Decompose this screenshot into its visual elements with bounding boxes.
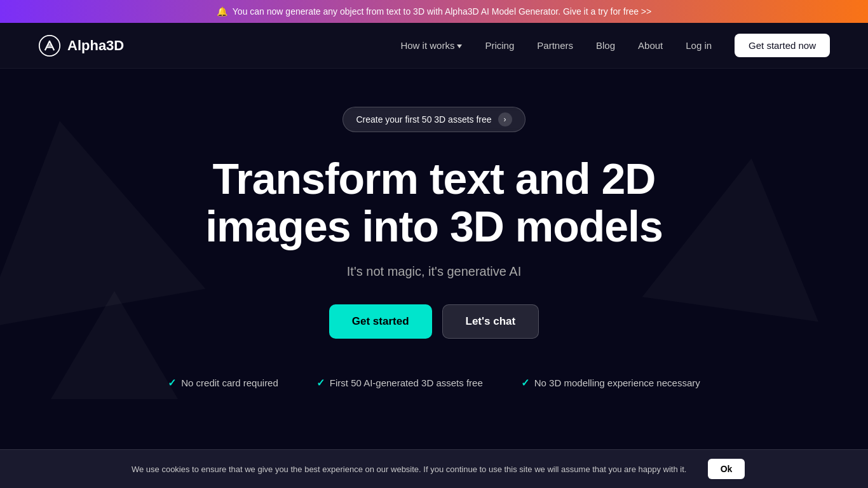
nav-cta-button[interactable]: Get started now: [735, 34, 830, 57]
logo-icon: [38, 34, 61, 57]
hero-section: Create your first 50 3D assets free › Tr…: [0, 69, 868, 450]
logo-area[interactable]: Alpha3D: [38, 34, 124, 57]
nav-item-partners[interactable]: Partners: [537, 40, 573, 51]
hero-title: Transform text and 2D images into 3D mod…: [205, 155, 663, 250]
hero-title-line1: Transform text and 2D: [213, 154, 656, 203]
badge-arrow-icon: ›: [498, 112, 512, 126]
main-nav: Alpha3D How it works Pricing Partners Bl…: [0, 23, 868, 69]
trust-label-free-assets: First 50 AI-generated 3D assets free: [330, 377, 483, 388]
bell-icon: 🔔: [217, 6, 227, 17]
nav-item-blog[interactable]: Blog: [596, 40, 615, 51]
lets-chat-button[interactable]: Let's chat: [442, 304, 539, 339]
nav-item-cta[interactable]: Get started now: [735, 40, 830, 51]
nav-link-how-it-works[interactable]: How it works: [400, 40, 454, 51]
trust-label-no-credit-card: No credit card required: [181, 377, 278, 388]
nav-item-about[interactable]: About: [638, 40, 663, 51]
cookie-ok-button[interactable]: Ok: [708, 459, 745, 479]
nav-item-pricing[interactable]: Pricing: [485, 40, 514, 51]
cookie-banner: We use cookies to ensure that we give yo…: [0, 449, 868, 488]
announcement-text: You can now generate any object from tex…: [233, 6, 651, 17]
trust-item-no-experience: ✓ No 3D modelling experience necessary: [521, 377, 700, 389]
chevron-down-icon: [457, 44, 462, 48]
trust-label-no-experience: No 3D modelling experience necessary: [534, 377, 700, 388]
logo-text: Alpha3D: [67, 37, 124, 54]
get-started-button[interactable]: Get started: [329, 304, 432, 339]
trust-item-free-assets: ✓ First 50 AI-generated 3D assets free: [316, 377, 483, 389]
hero-buttons: Get started Let's chat: [329, 304, 539, 339]
nav-link-pricing[interactable]: Pricing: [485, 40, 514, 51]
check-icon-3: ✓: [521, 377, 529, 389]
hero-title-line2: images into 3D models: [205, 202, 663, 250]
check-icon-2: ✓: [316, 377, 325, 389]
nav-link-partners[interactable]: Partners: [537, 40, 573, 51]
nav-link-about[interactable]: About: [638, 40, 663, 51]
hero-badge-text: Create your first 50 3D assets free: [356, 114, 491, 125]
hero-subtitle: It's not magic, it's generative AI: [347, 264, 521, 279]
hero-badge[interactable]: Create your first 50 3D assets free ›: [342, 107, 525, 132]
svg-point-1: [48, 44, 51, 47]
nav-item-how-it-works[interactable]: How it works: [400, 40, 462, 51]
nav-link-blog[interactable]: Blog: [596, 40, 615, 51]
nav-item-login[interactable]: Log in: [686, 40, 712, 51]
announcement-banner[interactable]: 🔔 You can now generate any object from t…: [0, 0, 868, 23]
triangle-decoration-right: [642, 146, 840, 322]
triangle-decoration-left: [51, 291, 178, 399]
cookie-text: We use cookies to ensure that we give yo…: [123, 464, 695, 474]
trust-badges: ✓ No credit card required ✓ First 50 AI-…: [168, 377, 700, 389]
trust-item-no-credit-card: ✓ No credit card required: [168, 377, 278, 389]
nav-links: How it works Pricing Partners Blog About…: [400, 40, 830, 51]
nav-link-login[interactable]: Log in: [686, 40, 712, 51]
